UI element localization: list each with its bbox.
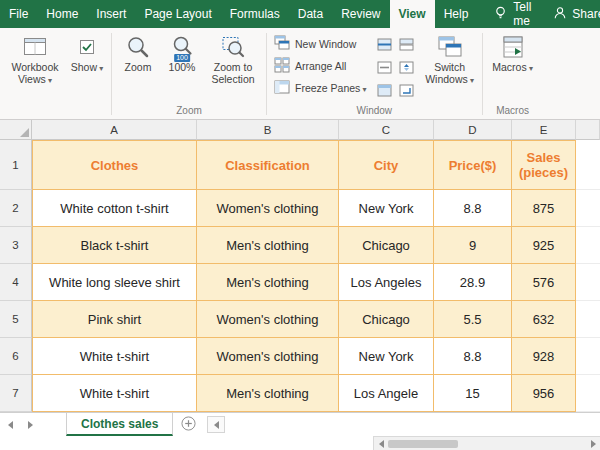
ribbon-tab-page-layout[interactable]: Page Layout bbox=[135, 0, 220, 28]
cell-c5[interactable]: Chicago bbox=[339, 301, 434, 338]
row-header-2[interactable]: 2 bbox=[0, 190, 32, 227]
cell-a3[interactable]: Black t-shirt bbox=[32, 227, 197, 264]
row-header-1[interactable]: 1 bbox=[0, 140, 32, 190]
empty-cell[interactable] bbox=[576, 301, 600, 338]
ribbon-tab-bar: File Home Insert Page Layout Formulas Da… bbox=[0, 0, 600, 28]
excel-window: File Home Insert Page Layout Formulas Da… bbox=[0, 0, 600, 450]
zoom-to-selection-button[interactable]: Zoom to Selection bbox=[203, 29, 263, 86]
scroll-right-button[interactable] bbox=[586, 437, 600, 450]
cell-b6[interactable]: Women's clothing bbox=[197, 338, 339, 375]
column-header-c[interactable]: C bbox=[339, 120, 434, 140]
synchronous-scrolling-button[interactable] bbox=[397, 58, 417, 79]
ribbon-tab-view[interactable]: View bbox=[390, 0, 435, 28]
arrange-all-button[interactable]: Arrange All bbox=[270, 55, 371, 77]
row-header-4[interactable]: 4 bbox=[0, 264, 32, 301]
ribbon-group-zoom: Zoom 100 100% Zoom to Selection Zoom bbox=[115, 29, 263, 119]
ribbon-tab-review[interactable]: Review bbox=[332, 0, 389, 28]
cell-e4[interactable]: 576 bbox=[512, 264, 576, 301]
cell-a5[interactable]: Pink shirt bbox=[32, 301, 197, 338]
cell-c6[interactable]: New York bbox=[339, 338, 434, 375]
cell-e1[interactable]: Sales (pieces) bbox=[512, 140, 576, 190]
column-header-b[interactable]: B bbox=[197, 120, 339, 140]
row-header-6[interactable]: 6 bbox=[0, 338, 32, 375]
cell-e6[interactable]: 928 bbox=[512, 338, 576, 375]
macros-button[interactable]: Macros bbox=[486, 29, 540, 76]
unhide-window-button[interactable] bbox=[375, 81, 395, 102]
ribbon-tab-formulas[interactable]: Formulas bbox=[221, 0, 289, 28]
empty-cell[interactable] bbox=[576, 190, 600, 227]
cell-c2[interactable]: New York bbox=[339, 190, 434, 227]
tell-me-button[interactable]: Tell me bbox=[483, 0, 541, 28]
cell-d7[interactable]: 15 bbox=[434, 375, 512, 412]
cell-d5[interactable]: 5.5 bbox=[434, 301, 512, 338]
ribbon-tab-file[interactable]: File bbox=[0, 0, 37, 28]
cell-d1[interactable]: Price($) bbox=[434, 140, 512, 190]
sheet-nav-left-button[interactable] bbox=[0, 413, 20, 436]
table-row: 3 Black t-shirt Men's clothing Chicago 9… bbox=[0, 227, 600, 264]
cell-c3[interactable]: Chicago bbox=[339, 227, 434, 264]
row-header-5[interactable]: 5 bbox=[0, 301, 32, 338]
switch-windows-button[interactable]: Switch Windows bbox=[421, 29, 479, 88]
cell-a1[interactable]: Clothes bbox=[32, 140, 197, 190]
hide-window-button[interactable] bbox=[375, 58, 395, 79]
cell-a6[interactable]: White t-shirt bbox=[32, 338, 197, 375]
split-button[interactable] bbox=[375, 35, 395, 56]
freeze-panes-button[interactable]: Freeze Panes bbox=[270, 77, 371, 99]
cell-a4[interactable]: White long sleeve shirt bbox=[32, 264, 197, 301]
cell-d3[interactable]: 9 bbox=[434, 227, 512, 264]
cell-c7[interactable]: Los Angele bbox=[339, 375, 434, 412]
new-window-button[interactable]: New Window bbox=[270, 33, 371, 55]
view-side-by-side-button[interactable] bbox=[397, 35, 417, 56]
column-header-e[interactable]: E bbox=[512, 120, 576, 140]
cell-d2[interactable]: 8.8 bbox=[434, 190, 512, 227]
cell-b4[interactable]: Men's clothing bbox=[197, 264, 339, 301]
sheet-tab-clothes-sales[interactable]: Clothes sales bbox=[66, 413, 173, 436]
window-small-buttons: New Window Arrange All Freeze Panes bbox=[270, 29, 371, 99]
cell-d4[interactable]: 28.9 bbox=[434, 264, 512, 301]
cell-e5[interactable]: 632 bbox=[512, 301, 576, 338]
empty-cell[interactable] bbox=[576, 227, 600, 264]
cell-b3[interactable]: Men's clothing bbox=[197, 227, 339, 264]
cell-c4[interactable]: Los Angeles bbox=[339, 264, 434, 301]
cell-a2[interactable]: White cotton t-shirt bbox=[32, 190, 197, 227]
share-button[interactable]: Share bbox=[541, 0, 600, 28]
cell-e2[interactable]: 875 bbox=[512, 190, 576, 227]
ribbon-tab-data[interactable]: Data bbox=[289, 0, 332, 28]
cell-a7[interactable]: White t-shirt bbox=[32, 375, 197, 412]
ribbon-tab-help[interactable]: Help bbox=[435, 0, 478, 28]
workbook-views-button[interactable]: Workbook Views bbox=[4, 29, 66, 88]
ribbon-tab-insert[interactable]: Insert bbox=[87, 0, 135, 28]
cell-e3[interactable]: 925 bbox=[512, 227, 576, 264]
empty-cell[interactable] bbox=[576, 375, 600, 412]
show-button[interactable]: Show bbox=[66, 29, 108, 76]
cell-e7[interactable]: 956 bbox=[512, 375, 576, 412]
new-sheet-button[interactable] bbox=[173, 413, 203, 436]
zoom-button[interactable]: Zoom bbox=[115, 29, 161, 74]
cell-b2[interactable]: Women's clothing bbox=[197, 190, 339, 227]
tab-scroll-left-button[interactable] bbox=[207, 416, 225, 433]
empty-cell[interactable] bbox=[576, 140, 600, 190]
split-icon bbox=[377, 38, 392, 54]
scrollbar-thumb[interactable] bbox=[388, 440, 458, 448]
horizontal-scrollbar bbox=[373, 436, 600, 450]
cell-d6[interactable]: 8.8 bbox=[434, 338, 512, 375]
ribbon-tab-home[interactable]: Home bbox=[37, 0, 87, 28]
tell-me-label: Tell me bbox=[513, 0, 531, 28]
zoom-100-button[interactable]: 100 100% bbox=[161, 29, 203, 74]
sheet-nav-right-button[interactable] bbox=[20, 413, 40, 436]
cell-c1[interactable]: City bbox=[339, 140, 434, 190]
table-row: 4 White long sleeve shirt Men's clothing… bbox=[0, 264, 600, 301]
column-header-a[interactable]: A bbox=[32, 120, 197, 140]
column-header-d[interactable]: D bbox=[434, 120, 512, 140]
cell-b5[interactable]: Women's clothing bbox=[197, 301, 339, 338]
empty-cell[interactable] bbox=[576, 338, 600, 375]
reset-window-position-button[interactable] bbox=[397, 81, 417, 102]
cell-b7[interactable]: Men's clothing bbox=[197, 375, 339, 412]
empty-cell[interactable] bbox=[576, 264, 600, 301]
row-header-3[interactable]: 3 bbox=[0, 227, 32, 264]
cell-b1[interactable]: Classification bbox=[197, 140, 339, 190]
select-all-corner[interactable] bbox=[0, 120, 32, 140]
scrollbar-track[interactable] bbox=[458, 437, 586, 450]
scroll-left-button[interactable] bbox=[374, 437, 388, 450]
row-header-7[interactable]: 7 bbox=[0, 375, 32, 412]
